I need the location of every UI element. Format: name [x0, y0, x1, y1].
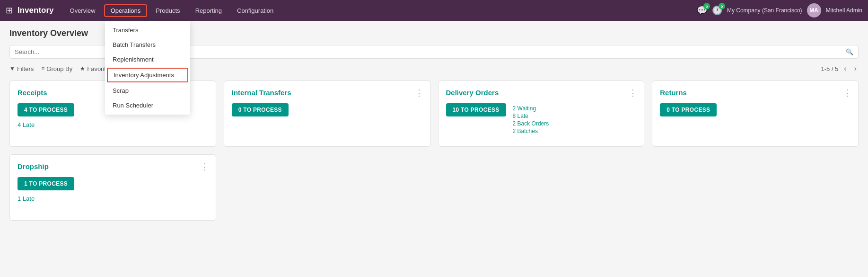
search-icon[interactable]: 🔍 [846, 48, 853, 55]
activities-icon[interactable]: 🕐 5 [712, 5, 722, 16]
returns-process-btn[interactable]: 0 TO PROCESS [660, 103, 717, 116]
pagination: 1-5 / 5 ‹ › [821, 63, 859, 74]
prev-page-btn[interactable]: ‹ [842, 63, 848, 74]
dropdown-item-inventory-adjustments[interactable]: Inventory Adjustments [107, 68, 188, 82]
nav-item-reporting[interactable]: Reporting [189, 4, 228, 17]
dropship-menu-icon[interactable]: ⋮ [201, 161, 209, 172]
dropdown-item-replenishment[interactable]: Replenishment [105, 52, 190, 67]
filter-left: ▼ Filters ≡ Group By ★ Favorites [9, 65, 113, 72]
grid-icon[interactable]: ⊞ [6, 5, 13, 16]
group-by-btn[interactable]: ≡ Group By [41, 65, 72, 72]
next-page-btn[interactable]: › [852, 63, 859, 74]
filters-label: Filters [17, 65, 34, 72]
group-by-icon: ≡ [41, 65, 44, 72]
messages-icon[interactable]: 💬 5 [697, 5, 707, 16]
company-name: My Company (San Francisco) [727, 7, 802, 14]
card-returns-title: Returns [660, 89, 850, 97]
dropdown-item-run-scheduler[interactable]: Run Scheduler [105, 98, 190, 113]
avatar: MA [807, 3, 821, 18]
internal-transfers-menu-icon[interactable]: ⋮ [415, 88, 423, 98]
delivery-orders-process-btn[interactable]: 10 TO PROCESS [446, 103, 506, 116]
top-nav: ⊞ Inventory Overview Operations Products… [0, 0, 868, 21]
operations-dropdown: Transfers Batch Transfers Replenishment … [105, 21, 190, 115]
nav-menu: Overview Operations Products Reporting C… [63, 4, 697, 17]
messages-badge: 5 [703, 3, 710, 9]
stat-backorders[interactable]: 2 Back Orders [513, 120, 549, 127]
card-internal-transfers-content: 0 TO PROCESS [232, 103, 422, 116]
stat-late[interactable]: 8 Late [513, 113, 549, 119]
nav-item-operations[interactable]: Operations [104, 4, 148, 17]
dropship-late-link[interactable]: 1 Late [18, 195, 208, 202]
card-internal-transfers: Internal Transfers ⋮ 0 TO PROCESS [224, 80, 430, 147]
dropdown-item-transfers[interactable]: Transfers [105, 23, 190, 37]
receipts-process-btn[interactable]: 4 TO PROCESS [18, 103, 74, 116]
favorites-icon: ★ [80, 65, 85, 72]
returns-menu-icon[interactable]: ⋮ [843, 88, 851, 98]
delivery-orders-menu-icon[interactable]: ⋮ [629, 88, 637, 98]
delivery-orders-stats: 2 Waiting 8 Late 2 Back Orders 2 Batches [513, 105, 549, 134]
card-returns: Returns ⋮ 0 TO PROCESS [652, 80, 859, 147]
pagination-label: 1-5 / 5 [821, 65, 838, 72]
nav-item-products[interactable]: Products [149, 4, 186, 17]
user-name: Mitchell Admin [826, 7, 862, 14]
card-dropship: Dropship ⋮ 1 TO PROCESS 1 Late [9, 154, 216, 221]
card-delivery-orders-content: 10 TO PROCESS 2 Waiting 8 Late 2 Back Or… [446, 103, 637, 134]
nav-right: 💬 5 🕐 5 My Company (San Francisco) MA Mi… [697, 3, 862, 18]
card-delivery-orders-title: Delivery Orders [446, 89, 637, 97]
nav-item-configuration[interactable]: Configuration [230, 4, 280, 17]
activities-badge: 5 [719, 3, 725, 9]
dropship-process-btn[interactable]: 1 TO PROCESS [18, 177, 74, 190]
card-delivery-orders: Delivery Orders ⋮ 10 TO PROCESS 2 Waitin… [438, 80, 645, 147]
stat-waiting[interactable]: 2 Waiting [513, 105, 549, 112]
filter-icon: ▼ [9, 65, 15, 72]
stat-batches[interactable]: 2 Batches [513, 128, 549, 134]
dropdown-item-scrap[interactable]: Scrap [105, 83, 190, 98]
card-internal-transfers-title: Internal Transfers [232, 89, 422, 97]
card-dropship-content: 1 TO PROCESS [18, 177, 208, 190]
filters-btn[interactable]: ▼ Filters [9, 65, 34, 72]
receipts-late-link[interactable]: 4 Late [18, 121, 208, 128]
dropdown-item-batch-transfers[interactable]: Batch Transfers [105, 37, 190, 52]
internal-transfers-process-btn[interactable]: 0 TO PROCESS [232, 103, 289, 116]
cards-row2: Dropship ⋮ 1 TO PROCESS 1 Late [9, 154, 859, 221]
card-returns-content: 0 TO PROCESS [660, 103, 850, 116]
group-by-label: Group By [46, 65, 72, 72]
nav-item-overview[interactable]: Overview [63, 4, 102, 17]
app-title: Inventory [18, 6, 54, 15]
card-dropship-title: Dropship [18, 162, 208, 170]
